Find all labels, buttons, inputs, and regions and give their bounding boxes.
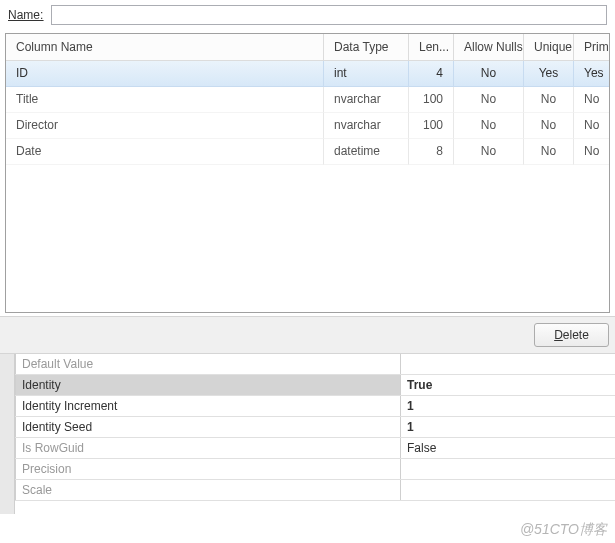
property-value[interactable]: True [401, 375, 615, 395]
allow-nulls-cell[interactable]: No [454, 113, 524, 139]
table-row[interactable]: Directornvarchar100NoNoNo [6, 113, 609, 139]
primary-key-cell[interactable]: No [574, 113, 609, 139]
table-row[interactable]: Titlenvarchar100NoNoNo [6, 87, 609, 113]
property-row[interactable]: Precision [15, 459, 615, 480]
length-cell[interactable]: 100 [409, 87, 454, 113]
property-grid: Default ValueIdentityTrueIdentity Increm… [0, 354, 615, 514]
unique-cell[interactable]: Yes [524, 61, 574, 87]
unique-cell[interactable]: No [524, 87, 574, 113]
delete-button[interactable]: Delete [534, 323, 609, 347]
watermark: @51CTO博客 [520, 521, 607, 539]
length-cell[interactable]: 8 [409, 139, 454, 165]
property-value[interactable]: 1 [401, 396, 615, 416]
property-value[interactable] [401, 459, 615, 479]
property-label: Identity Increment [15, 396, 401, 416]
property-grid-body: Default ValueIdentityTrueIdentity Increm… [15, 354, 615, 514]
column-name-cell[interactable]: Title [6, 87, 324, 113]
property-label: Identity Seed [15, 417, 401, 437]
property-row[interactable]: Identity Increment1 [15, 396, 615, 417]
property-row[interactable]: IdentityTrue [15, 375, 615, 396]
property-row[interactable]: Is RowGuidFalse [15, 438, 615, 459]
property-grid-gutter [0, 354, 15, 514]
allow-nulls-cell[interactable]: No [454, 87, 524, 113]
name-row: Name: [0, 0, 615, 30]
name-label: Name: [8, 8, 43, 22]
data-type-cell[interactable]: nvarchar [324, 87, 409, 113]
header-length[interactable]: Len... [409, 34, 454, 60]
column-name-cell[interactable]: ID [6, 61, 324, 87]
primary-key-cell[interactable]: Yes [574, 61, 609, 87]
property-row[interactable]: Scale [15, 480, 615, 501]
name-label-text: Name: [8, 8, 43, 22]
property-value[interactable] [401, 480, 615, 500]
property-label: Is RowGuid [15, 438, 401, 458]
length-cell[interactable]: 4 [409, 61, 454, 87]
primary-key-cell[interactable]: No [574, 139, 609, 165]
property-label: Identity [15, 375, 401, 395]
unique-cell[interactable]: No [524, 113, 574, 139]
primary-key-cell[interactable]: No [574, 87, 609, 113]
property-value[interactable]: 1 [401, 417, 615, 437]
property-row[interactable]: Default Value [15, 354, 615, 375]
button-row: Delete [0, 316, 615, 354]
allow-nulls-cell[interactable]: No [454, 61, 524, 87]
allow-nulls-cell[interactable]: No [454, 139, 524, 165]
property-value[interactable] [401, 354, 615, 374]
header-column-name[interactable]: Column Name [6, 34, 324, 60]
table-row[interactable]: Datedatetime8NoNoNo [6, 139, 609, 165]
header-unique[interactable]: Unique [524, 34, 574, 60]
property-label: Default Value [15, 354, 401, 374]
columns-grid: Column Name Data Type Len... Allow Nulls… [5, 33, 610, 313]
delete-button-rest: elete [563, 328, 589, 342]
property-label: Scale [15, 480, 401, 500]
delete-button-hotkey: D [554, 328, 563, 342]
header-data-type[interactable]: Data Type [324, 34, 409, 60]
column-name-cell[interactable]: Director [6, 113, 324, 139]
length-cell[interactable]: 100 [409, 113, 454, 139]
name-input[interactable] [51, 5, 607, 25]
header-primary-key[interactable]: Primary Key [574, 34, 609, 60]
unique-cell[interactable]: No [524, 139, 574, 165]
table-row[interactable]: IDint4NoYesYes [6, 61, 609, 87]
columns-grid-header: Column Name Data Type Len... Allow Nulls… [6, 34, 609, 61]
data-type-cell[interactable]: datetime [324, 139, 409, 165]
data-type-cell[interactable]: nvarchar [324, 113, 409, 139]
column-name-cell[interactable]: Date [6, 139, 324, 165]
header-allow-nulls[interactable]: Allow Nulls [454, 34, 524, 60]
data-type-cell[interactable]: int [324, 61, 409, 87]
property-label: Precision [15, 459, 401, 479]
property-row[interactable]: Identity Seed1 [15, 417, 615, 438]
columns-grid-body: IDint4NoYesYesTitlenvarchar100NoNoNoDire… [6, 61, 609, 312]
property-value[interactable]: False [401, 438, 615, 458]
